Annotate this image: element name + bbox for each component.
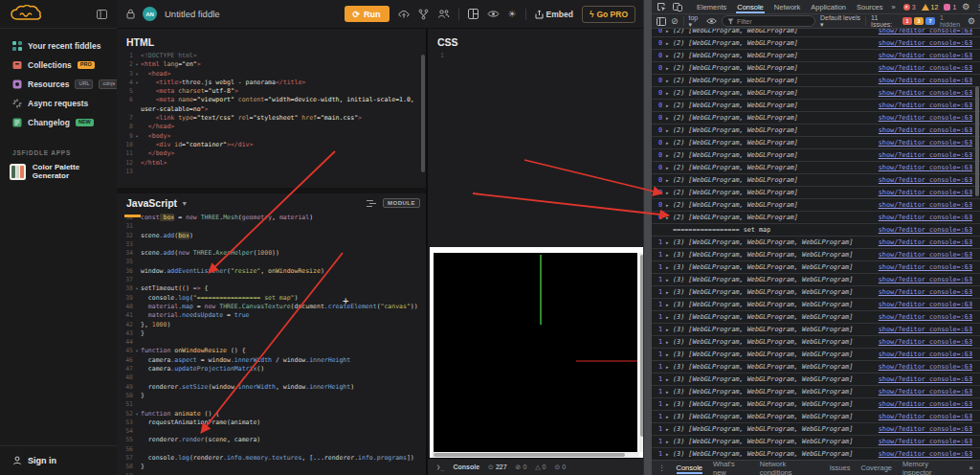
code-line[interactable]: 47 camera.updateProjectionMatrix() xyxy=(117,365,426,373)
sidebar-item-async-requests[interactable]: Async requests xyxy=(0,94,117,113)
console-log-row[interactable]: 0▶(2) [WebGLProgram, WebGLProgram]show/?… xyxy=(652,124,980,137)
code-line[interactable]: 32scene.add(box) xyxy=(117,232,426,240)
expand-arrow-icon[interactable]: ▶ xyxy=(666,253,673,258)
fold-toggle-icon[interactable]: ▾ xyxy=(133,347,141,355)
expand-arrow-icon[interactable]: ▶ xyxy=(666,54,673,58)
expand-arrow-icon[interactable]: ▶ xyxy=(666,365,673,370)
code-line[interactable]: 12</html> xyxy=(117,159,426,168)
expand-arrow-icon[interactable]: ▶ xyxy=(666,215,673,220)
code-line[interactable]: 58} xyxy=(117,463,426,471)
console-source-link[interactable]: show/?editor_console=:63 xyxy=(873,438,972,445)
expand-arrow-icon[interactable]: ▶ xyxy=(666,303,673,307)
expand-arrow-icon[interactable]: ▶ xyxy=(666,352,673,357)
console-log-row[interactable]: 0▶(2) [WebGLProgram, WebGLProgram]show/?… xyxy=(652,29,980,37)
devtools-tab-network[interactable]: Network xyxy=(773,1,802,13)
console-log-row[interactable]: 0▶(2) [WebGLProgram, WebGLProgram]show/?… xyxy=(652,112,980,124)
expand-arrow-icon[interactable]: ▶ xyxy=(666,390,673,395)
console-source-link[interactable]: show/?editor_console=:63 xyxy=(873,64,972,72)
console-log-row[interactable]: 0▶(2) [WebGLProgram, WebGLProgram]show/?… xyxy=(652,137,980,149)
console-source-link[interactable]: show/?editor_console=:63 xyxy=(873,263,972,271)
console-log-row[interactable]: 1▶(3) [WebGLProgram, WebGLProgram, WebGL… xyxy=(652,237,980,249)
layout-icon[interactable] xyxy=(468,9,479,19)
console-source-link[interactable]: show/?editor_console=:63 xyxy=(873,114,972,122)
code-line[interactable]: 54 xyxy=(117,427,426,436)
console-log-row[interactable]: 1▶(3) [WebGLProgram, WebGLProgram, WebGL… xyxy=(652,386,980,398)
console-source-link[interactable]: show/?editor_console=:63 xyxy=(873,29,972,34)
console-log-row[interactable]: 0▶(2) [WebGLProgram, WebGLProgram]show/?… xyxy=(652,174,980,187)
console-source-link[interactable]: show/?editor_console=:63 xyxy=(873,139,972,147)
expand-arrow-icon[interactable]: ▶ xyxy=(666,41,673,46)
code-line[interactable]: 34scene.add(new THREE.AxesHelper(1000)) xyxy=(117,249,426,258)
fold-toggle-icon[interactable]: ▾ xyxy=(133,79,141,87)
code-line[interactable]: 50} xyxy=(117,392,426,400)
console-source-link[interactable]: show/?editor_console=:63 xyxy=(873,52,972,59)
expand-arrow-icon[interactable]: ▶ xyxy=(666,440,673,444)
drawer-tab-network-conditions[interactable]: Network conditions xyxy=(760,460,819,475)
code-line[interactable]: 49 renderer.setSize(window.innerWidth, w… xyxy=(117,383,426,392)
expand-arrow-icon[interactable]: ▶ xyxy=(666,103,673,108)
fold-toggle-icon[interactable]: ▾ xyxy=(133,60,141,69)
console-source-link[interactable]: show/?editor_console=:63 xyxy=(873,151,972,159)
console-source-link[interactable]: show/?editor_console=:63 xyxy=(873,313,972,321)
webgl-canvas[interactable] xyxy=(434,253,637,452)
code-line[interactable]: 1<!DOCTYPE html> xyxy=(117,52,426,60)
console-source-link[interactable]: show/?editor_console=:63 xyxy=(873,201,972,209)
console-source-link[interactable]: show/?editor_console=:63 xyxy=(873,214,972,221)
code-line[interactable]: 51 xyxy=(117,400,426,409)
warning-badge[interactable]: 12 xyxy=(922,4,939,11)
console-source-link[interactable]: show/?editor_console=:63 xyxy=(873,164,972,171)
editor-scrollbar[interactable] xyxy=(421,55,425,172)
code-line[interactable]: 33 xyxy=(117,240,426,249)
log-levels-dropdown[interactable]: Default levels ▾ xyxy=(820,14,860,29)
console-log-row[interactable]: 1▶(3) [WebGLProgram, WebGLProgram, WebGL… xyxy=(652,423,980,436)
console-source-link[interactable]: show/?editor_console=:63 xyxy=(873,288,972,296)
code-line[interactable]: 2▾<html lang="en"> xyxy=(117,60,426,69)
expand-arrow-icon[interactable]: ▶ xyxy=(666,265,673,270)
code-line[interactable]: 56 xyxy=(117,445,426,454)
expand-arrow-icon[interactable]: ▶ xyxy=(666,278,673,283)
console-log-row[interactable]: 0▶(2) [WebGLProgram, WebGLProgram]show/?… xyxy=(652,62,980,75)
console-source-link[interactable]: show/?editor_console=:63 xyxy=(873,450,972,458)
expand-arrow-icon[interactable]: ▶ xyxy=(666,340,673,345)
console-log-row[interactable]: 1▶(3) [WebGLProgram, WebGLProgram, WebGL… xyxy=(652,411,980,423)
code-line[interactable]: 53 requestAnimationFrame(animate) xyxy=(117,418,426,427)
code-line[interactable]: 55 renderer.render(scene, camera) xyxy=(117,436,426,444)
console-log-row[interactable]: 1▶(3) [WebGLProgram, WebGLProgram, WebGL… xyxy=(652,336,980,349)
tidy-code-icon[interactable] xyxy=(367,199,376,208)
code-line[interactable]: 46 camera.aspect = window.innerWidth / w… xyxy=(117,356,426,365)
expand-arrow-icon[interactable]: ▶ xyxy=(666,427,673,432)
result-console-toggle[interactable]: Console xyxy=(453,464,479,470)
fold-toggle-icon[interactable]: ▾ xyxy=(133,284,141,293)
console-filter-input[interactable]: Filter xyxy=(722,15,815,27)
expand-arrow-icon[interactable]: ▶ xyxy=(666,452,673,457)
console-source-link[interactable]: show/?editor_console=:63 xyxy=(873,413,972,420)
console-log-row[interactable]: 1▶(3) [WebGLProgram, WebGLProgram, WebGL… xyxy=(652,299,980,311)
run-button[interactable]: ⟳ Run xyxy=(345,6,390,22)
console-log-row[interactable]: 0▶(2) [WebGLProgram, WebGLProgram]show/?… xyxy=(652,187,980,199)
console-source-link[interactable]: show/?editor_console=:63 xyxy=(873,388,972,396)
expand-arrow-icon[interactable]: ▶ xyxy=(666,166,673,170)
code-line[interactable]: 43} xyxy=(117,329,426,338)
console-log-row[interactable]: 1▶(3) [WebGLProgram, WebGLProgram, WebGL… xyxy=(652,398,980,411)
code-line[interactable]: 30const box = new THREE.Mesh(geometry, m… xyxy=(117,214,426,222)
console-log-row[interactable]: 1▶(3) [WebGLProgram, WebGLProgram, WebGL… xyxy=(652,286,980,299)
fold-toggle-icon[interactable]: ▾ xyxy=(133,132,141,141)
console-settings-icon[interactable]: ⚙ xyxy=(968,16,975,26)
collaborate-icon[interactable] xyxy=(437,9,450,19)
console-source-link[interactable]: show/?editor_console=:63 xyxy=(873,126,972,134)
console-log-row[interactable]: 1▶(3) [WebGLProgram, WebGLProgram, WebGL… xyxy=(652,261,980,274)
expand-arrow-icon[interactable]: ▶ xyxy=(666,178,673,183)
fold-toggle-icon[interactable]: ▾ xyxy=(133,410,141,418)
live-expression-eye-icon[interactable] xyxy=(706,17,717,25)
code-line[interactable]: 45▾function onWindowResize () { xyxy=(117,347,426,355)
console-log-row[interactable]: 0▶(2) [WebGLProgram, WebGLProgram]show/?… xyxy=(652,37,980,50)
sign-in-button[interactable]: Sign in xyxy=(0,445,117,475)
console-log-row[interactable]: 1▶(3) [WebGLProgram, WebGLProgram, WebGL… xyxy=(652,448,980,460)
theme-sun-icon[interactable]: ☀ xyxy=(508,9,517,19)
fold-toggle-icon[interactable]: ▾ xyxy=(133,70,141,79)
code-line[interactable]: 31 xyxy=(117,222,426,231)
console-source-link[interactable]: show/?editor_console=:63 xyxy=(873,39,972,47)
console-scrollbar[interactable] xyxy=(975,86,979,196)
devtools-settings-icon[interactable]: ⚙ xyxy=(962,2,969,11)
console-source-link[interactable]: show/?editor_console=:63 xyxy=(873,176,972,184)
